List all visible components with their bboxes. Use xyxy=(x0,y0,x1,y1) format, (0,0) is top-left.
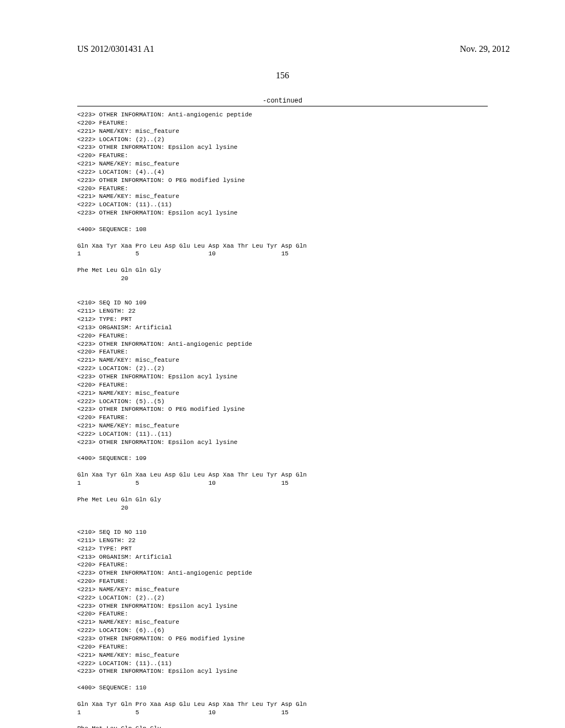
content-wrapper: <223> OTHER INFORMATION: Anti-angiogenic… xyxy=(77,106,488,728)
sequence-listing: <223> OTHER INFORMATION: Anti-angiogenic… xyxy=(77,111,488,728)
continued-label: -continued xyxy=(0,97,565,105)
divider-line xyxy=(77,106,488,106)
publication-date: Nov. 29, 2012 xyxy=(460,44,510,54)
publication-number: US 2012/0301431 A1 xyxy=(77,44,154,54)
page-header: US 2012/0301431 A1 Nov. 29, 2012 xyxy=(0,0,565,60)
page-number: 156 xyxy=(0,71,565,81)
